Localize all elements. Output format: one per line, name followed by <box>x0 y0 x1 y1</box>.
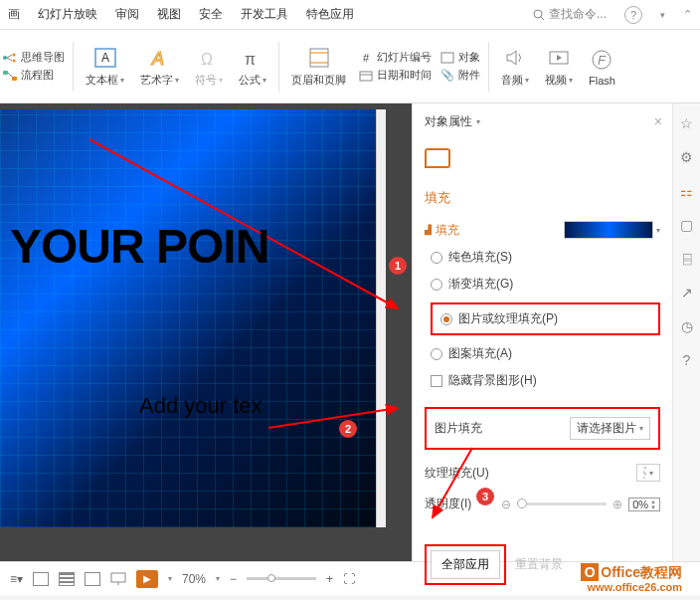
datetime-button[interactable]: 日期和时间 <box>358 68 432 84</box>
sidebar-share-icon[interactable]: ↗ <box>679 285 695 300</box>
object-icon <box>439 50 455 66</box>
slide-canvas[interactable]: YOUR POIN Add your tex <box>0 109 376 527</box>
radio-pattern-fill[interactable]: 图案填充(A) <box>431 345 660 362</box>
wordart-icon: A <box>147 45 173 71</box>
menu-slideshow[interactable]: 幻灯片放映 <box>38 6 97 23</box>
audio-icon <box>502 45 528 71</box>
reset-bg-button[interactable]: 重置背景 <box>515 557 563 571</box>
help-icon[interactable]: ? <box>624 6 642 24</box>
radio-solid-fill[interactable]: 纯色填充(S) <box>431 249 660 266</box>
ribbon-diagram-group: 思维导图 流程图 <box>2 50 65 84</box>
video-button[interactable]: 视频▾ <box>541 45 577 88</box>
wordart-button[interactable]: A 艺术字▾ <box>136 45 183 88</box>
search-placeholder: 查找命令... <box>549 6 607 23</box>
svg-rect-18 <box>360 72 372 81</box>
object-button[interactable]: 对象 <box>439 50 480 66</box>
flash-button[interactable]: F Flash <box>585 47 619 87</box>
collapse-icon[interactable]: ⌃ <box>683 8 692 21</box>
sidebar-box-icon[interactable]: ⌸ <box>679 251 695 267</box>
object-properties-panel: × 对象属性▾ 填充 ▟填充 ▾ 纯色填充(S) 渐变填充(G) <box>412 103 700 561</box>
fill-preview-dropdown[interactable]: ▾ <box>564 221 660 239</box>
fill-radio-list: 纯色填充(S) 渐变填充(G) 图片或纹理填充(P) 图案填充(A) 隐藏背景图… <box>431 249 660 389</box>
fit-icon[interactable]: ⛶ <box>343 572 355 586</box>
vertical-scrollbar[interactable] <box>376 109 386 527</box>
radio-picture-fill[interactable]: 图片或纹理填充(P) <box>440 310 650 327</box>
svg-rect-24 <box>111 573 125 582</box>
svg-text:π: π <box>245 51 256 68</box>
svg-point-2 <box>3 56 7 60</box>
search-box[interactable]: 查找命令... <box>533 6 607 23</box>
menu-special[interactable]: 特色应用 <box>306 6 354 23</box>
texture-fill-label: 纹理填充(U) <box>425 465 489 482</box>
svg-line-6 <box>7 58 12 61</box>
play-button[interactable]: ▶ <box>136 570 158 588</box>
ribbon-insert-group: # 幻灯片编号 日期和时间 <box>358 50 432 84</box>
opacity-minus[interactable]: ⊖ <box>501 498 511 511</box>
right-sidebar: ☆ ⚙ ⚏ ▢ ⌸ ↗ ◷ ? <box>672 103 700 561</box>
menu-view[interactable]: 视图 <box>157 6 181 23</box>
svg-line-1 <box>541 17 544 20</box>
svg-rect-7 <box>3 71 8 75</box>
view-normal-icon[interactable] <box>33 572 49 586</box>
view-presenter-icon[interactable] <box>110 572 126 586</box>
opacity-label: 透明度(I) <box>425 496 471 512</box>
hash-icon: # <box>358 50 374 66</box>
panel-close-icon[interactable]: × <box>654 113 662 129</box>
sidebar-gear-icon[interactable]: ⚙ <box>679 149 695 165</box>
menubar-caret[interactable]: ▾ <box>660 10 665 20</box>
slide-number-button[interactable]: # 幻灯片编号 <box>358 50 432 66</box>
menu-review[interactable]: 审阅 <box>115 6 139 23</box>
mindmap-button[interactable]: 思维导图 <box>2 50 65 66</box>
audio-button[interactable]: 音频▾ <box>497 45 533 88</box>
view-reading-icon[interactable] <box>85 572 100 586</box>
flowchart-button[interactable]: 流程图 <box>2 68 65 84</box>
tab-fill[interactable]: 填充 <box>425 190 450 209</box>
video-icon <box>546 45 572 71</box>
sidebar-sliders-icon[interactable]: ⚏ <box>679 183 695 199</box>
radio-gradient-fill[interactable]: 渐变填充(G) <box>431 276 660 293</box>
header-footer-button[interactable]: 页眉和页脚 <box>287 45 350 88</box>
zoom-slider[interactable] <box>247 577 316 580</box>
opacity-plus[interactable]: ⊕ <box>612 498 622 511</box>
menu-icon[interactable]: ≡▾ <box>10 572 23 586</box>
formula-button[interactable]: π 公式▾ <box>235 45 270 88</box>
select-picture-dropdown[interactable]: 请选择图片▾ <box>570 417 650 440</box>
checkbox-hide-bg[interactable]: 隐藏背景图形(H) <box>431 372 660 389</box>
sidebar-clock-icon[interactable]: ◷ <box>679 318 695 334</box>
symbol-button[interactable]: Ω 符号▾ <box>191 45 227 88</box>
menu-security[interactable]: 安全 <box>199 6 223 23</box>
menu-devtools[interactable]: 开发工具 <box>241 6 288 23</box>
texture-dropdown[interactable]: ▾ <box>636 464 660 482</box>
fill-shape-icon[interactable] <box>425 148 450 168</box>
svg-line-5 <box>7 55 12 58</box>
textbox-icon: A <box>92 45 118 71</box>
zoom-value[interactable]: 70% <box>182 572 206 586</box>
zoom-in-icon[interactable]: + <box>326 572 333 586</box>
attachment-button[interactable]: 📎 附件 <box>439 68 480 84</box>
slide-title-text[interactable]: YOUR POIN <box>10 219 366 274</box>
menu-draw[interactable]: 画 <box>8 6 20 23</box>
sidebar-star-icon[interactable]: ☆ <box>679 115 695 131</box>
mindmap-icon <box>2 50 18 66</box>
slide-editor[interactable]: YOUR POIN Add your tex <box>0 103 412 561</box>
opacity-value-box[interactable]: 0%▲▼ <box>628 498 660 511</box>
slide-subtitle-text[interactable]: Add your tex <box>139 393 366 419</box>
view-sorter-icon[interactable] <box>59 572 75 586</box>
highlight-box-3: 全部应用 <box>425 544 506 585</box>
sidebar-layers-icon[interactable]: ▢ <box>679 217 695 233</box>
svg-point-0 <box>534 10 542 18</box>
highlight-box-2: 图片填充 请选择图片▾ <box>425 407 660 450</box>
section-fill-header[interactable]: ▟填充 ▾ <box>425 221 660 239</box>
svg-rect-15 <box>310 49 328 67</box>
panel-title: 对象属性▾ <box>425 113 660 130</box>
svg-text:A: A <box>151 49 164 69</box>
search-icon <box>533 9 545 21</box>
svg-line-9 <box>8 73 14 79</box>
symbol-icon: Ω <box>196 45 222 71</box>
zoom-out-icon[interactable]: − <box>230 572 237 586</box>
opacity-slider[interactable] <box>517 502 607 505</box>
svg-text:A: A <box>101 51 109 65</box>
sidebar-help-icon[interactable]: ? <box>679 352 695 368</box>
apply-all-button[interactable]: 全部应用 <box>431 550 500 579</box>
textbox-button[interactable]: A 文本框▾ <box>82 45 128 88</box>
